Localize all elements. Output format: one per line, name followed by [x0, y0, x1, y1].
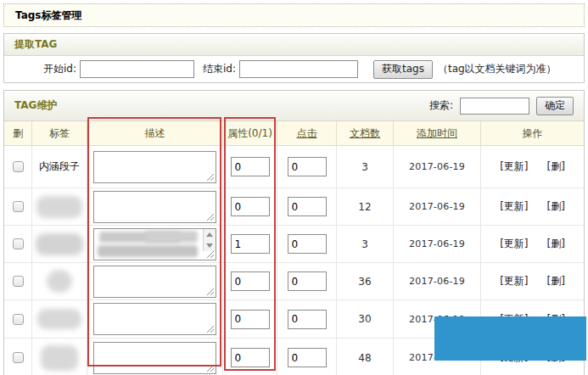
description-textarea[interactable] [94, 192, 216, 222]
update-link[interactable]: [更新] [500, 199, 528, 214]
col-header-description: 描述 [87, 121, 223, 146]
end-id-label: 结束id: [203, 62, 236, 76]
extract-tag-form: 开始id: 结束id: 获取tags （tag以文档关键词为准） [4, 56, 584, 82]
get-tags-button[interactable]: 获取tags [373, 60, 433, 79]
doc-count-cell: 48 [337, 339, 394, 375]
search-label: 搜索: [429, 98, 453, 113]
search-input[interactable] [460, 98, 529, 115]
row-checkbox[interactable] [13, 276, 24, 287]
redacted-tag-blob [41, 345, 78, 371]
extract-tag-panel: 提取TAG 开始id: 结束id: 获取tags （tag以文档关键词为准） [3, 33, 585, 83]
delete-link[interactable]: [删] [547, 199, 565, 214]
table-row: 12 2017-06-19 [更新][删] [4, 188, 584, 226]
description-textarea[interactable] [93, 228, 216, 260]
update-link[interactable]: [更新] [500, 160, 528, 174]
date-added-cell: 2017-06-19 [394, 188, 481, 226]
tag-maintain-title-label: TAG维护 [14, 98, 57, 113]
scroll-down-icon[interactable] [204, 240, 216, 251]
tag-name: 内涵段子 [39, 160, 80, 174]
col-header-tag: 标签 [32, 121, 87, 146]
col-header-attribute: 属性(0/1) [223, 121, 277, 146]
delete-link[interactable]: [删] [547, 274, 565, 288]
attribute-input[interactable] [231, 157, 270, 176]
resize-grip-icon [206, 250, 215, 259]
doc-count-cell: 3 [337, 146, 394, 188]
tags-manager-screen: Tags标签管理 提取TAG 开始id: 结束id: 获取tags （tag以文… [0, 0, 588, 375]
table-row: 3 2017-06-19 [更新][删] [4, 226, 584, 263]
doc-count-cell: 36 [337, 263, 394, 300]
clicks-input[interactable] [288, 271, 327, 291]
search-area: 搜索: 确定 [429, 97, 574, 115]
row-checkbox[interactable] [13, 201, 24, 212]
start-id-label: 开始id: [43, 62, 76, 76]
attribute-input[interactable] [231, 197, 270, 216]
row-checkbox[interactable] [13, 314, 24, 325]
redacted-tag-blob [36, 196, 82, 218]
col-header-date-added[interactable]: 添加时间 [394, 121, 481, 146]
search-confirm-button[interactable]: 确定 [536, 97, 574, 115]
clicks-input[interactable] [288, 348, 327, 367]
redacted-text-blob [98, 245, 198, 257]
description-textarea[interactable] [94, 152, 216, 182]
clicks-input[interactable] [288, 197, 327, 216]
clicks-input[interactable] [288, 310, 327, 329]
attribute-input[interactable] [231, 234, 270, 254]
col-header-clicks[interactable]: 点击 [277, 121, 337, 146]
scroll-up-icon[interactable] [204, 229, 216, 240]
clicks-input[interactable] [288, 234, 327, 254]
tag-maintain-panel-title: TAG维护 搜索: 确定 [4, 91, 584, 121]
redacted-text-blob [145, 231, 198, 243]
col-header-delete: 删 [4, 121, 32, 146]
redacted-tag-blob [36, 233, 83, 255]
description-textarea[interactable] [94, 304, 216, 334]
textarea-scrollbar[interactable] [203, 229, 216, 251]
col-header-actions: 操作 [481, 121, 584, 146]
date-added-cell: 2017-06-19 [394, 263, 481, 300]
start-id-input[interactable] [80, 60, 194, 78]
page-title: Tags标签管理 [15, 8, 81, 23]
date-added-cell: 2017-06-19 [394, 226, 481, 263]
col-header-doc-count[interactable]: 文档数 [337, 121, 394, 146]
get-tags-note: （tag以文档关键词为准） [438, 62, 557, 76]
description-textarea[interactable] [94, 266, 216, 297]
redacted-tag-blob [37, 309, 81, 329]
extract-tag-panel-title: 提取TAG [4, 34, 584, 56]
table-row: 36 2017-06-19 [更新][删] [4, 263, 584, 300]
doc-count-cell: 30 [337, 300, 394, 339]
attribute-input[interactable] [231, 348, 270, 367]
delete-link[interactable]: [删] [547, 237, 565, 251]
row-checkbox[interactable] [13, 352, 24, 363]
attribute-input[interactable] [231, 271, 270, 291]
description-textarea[interactable] [94, 343, 216, 373]
blue-censor-overlay [434, 316, 586, 361]
attribute-input[interactable] [231, 310, 270, 329]
doc-count-cell: 3 [337, 226, 394, 263]
clicks-input[interactable] [288, 157, 327, 176]
end-id-input[interactable] [239, 60, 358, 78]
table-row: 内涵段子 3 2017-06-19 [更新][删] [4, 146, 584, 188]
redacted-tag-blob [47, 270, 72, 293]
extract-tag-title-label: 提取TAG [14, 37, 57, 52]
update-link[interactable]: [更新] [500, 237, 528, 251]
row-checkbox[interactable] [13, 161, 24, 172]
table-header-row: 删 标签 描述 属性(0/1) 点击 文档数 添加时间 操作 [4, 121, 584, 146]
row-checkbox[interactable] [13, 238, 24, 249]
update-link[interactable]: [更新] [500, 274, 528, 288]
delete-link[interactable]: [删] [547, 160, 565, 174]
date-added-cell: 2017-06-19 [394, 146, 481, 188]
doc-count-cell: 12 [337, 188, 394, 226]
page-title-bar: Tags标签管理 [3, 3, 585, 27]
